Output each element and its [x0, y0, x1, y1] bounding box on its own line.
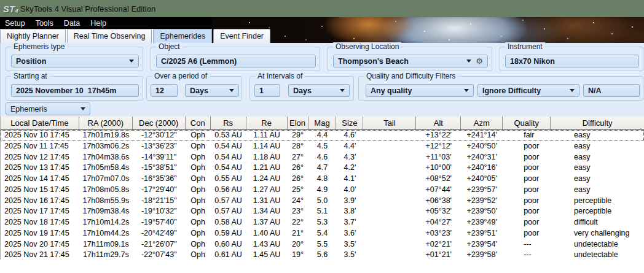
menu-data[interactable]: Data — [64, 19, 80, 28]
period-group: Over a period of 12 Days — [146, 76, 242, 101]
intervals-count-input[interactable]: 1 — [254, 84, 280, 97]
table-row[interactable]: 2025 Nov 19 17:4517h10m44.2s-20°42'49"Op… — [1, 228, 644, 239]
gear-icon[interactable]: ⚙ — [476, 57, 483, 65]
selected-value: Days — [293, 87, 312, 95]
menu-help[interactable]: Help — [90, 19, 106, 28]
column-header[interactable]: Elon — [288, 117, 308, 129]
table-cell: 2025 Nov 19 17:45 — [1, 228, 79, 239]
ephemeris-table: Local Date/TimeRA (2000)Dec (2000)ConRsR… — [0, 117, 644, 260]
selected-value: Days — [190, 87, 208, 95]
table-cell: 5.3 — [308, 217, 336, 228]
column-header[interactable]: Tail — [363, 117, 416, 129]
table-cell: difficult — [551, 217, 644, 228]
table-row[interactable]: 2025 Nov 11 17:4517h03m06.2s-13°36'23"Op… — [1, 141, 644, 152]
tab-row: Nightly Planner Real Time Observing Ephe… — [0, 29, 272, 43]
table-cell: 4.2' — [336, 163, 363, 174]
menu-setup[interactable]: Setup — [5, 19, 25, 28]
table-cell — [363, 196, 416, 207]
column-header[interactable]: Azm — [461, 117, 503, 129]
table-row[interactable]: 2025 Nov 18 17:4517h10m14.2s-19°57'40"Op… — [1, 217, 644, 228]
menu-tools[interactable]: Tools — [36, 19, 53, 28]
table-cell: 26° — [288, 163, 308, 174]
tab-real-time-observing[interactable]: Real Time Observing — [67, 29, 152, 43]
table-cell: 2025 Nov 11 17:45 — [1, 141, 79, 152]
selected-value: Any quality — [371, 87, 412, 95]
table-cell: 20° — [288, 239, 308, 250]
column-header[interactable]: Mag — [308, 117, 337, 129]
table-row[interactable]: 2025 Nov 20 17:4517h11m09.1s-21°26'07"Op… — [1, 239, 644, 250]
table-cell: 25° — [288, 185, 308, 196]
table-row[interactable]: 2025 Nov 10 17:4517h01m19.8s-12°30'12"Op… — [1, 130, 644, 141]
table-cell: Oph — [186, 152, 211, 163]
object-label: Object — [156, 42, 183, 51]
table-cell: 4.6 — [308, 152, 336, 163]
table-row[interactable]: 2025 Nov 14 17:4517h07m07.0s-16°35'36"Op… — [1, 174, 644, 185]
table-cell: -19°10'32" — [133, 206, 186, 217]
table-row[interactable]: 2025 Nov 12 17:4517h04m38.6s-14°39'11"Op… — [1, 152, 644, 163]
table-cell: 0.60 AU — [211, 239, 246, 250]
starting-at-input[interactable]: 2025 November 10 17h45m — [11, 84, 139, 97]
column-header[interactable]: Difficulty — [551, 117, 644, 129]
column-header[interactable]: Alt — [416, 117, 461, 129]
table-row[interactable]: 2025 Nov 13 17:4517h05m58.4s-15°38'51"Op… — [1, 163, 644, 174]
table-cell: +239°57' — [461, 185, 503, 196]
input-value: N/A — [588, 87, 602, 95]
table-cell: -16°35'36" — [133, 174, 186, 185]
object-input[interactable]: C/2025 A6 (Lemmon) — [156, 55, 316, 67]
table-cell: +01°21' — [416, 250, 461, 261]
table-cell: poor — [503, 163, 551, 174]
table-cell: 1.45 AU — [246, 250, 288, 261]
table-cell: -12°30'12" — [133, 130, 186, 141]
table-cell: +239°49' — [461, 217, 503, 228]
table-cell: 1.27 AU — [246, 185, 288, 196]
table-cell: +240°16' — [461, 163, 503, 174]
instrument-input[interactable]: 18x70 Nikon — [505, 55, 639, 67]
table-cell: -17°29'40" — [133, 185, 186, 196]
tab-ephemerides[interactable]: Ephemerides — [153, 29, 212, 43]
difficulty-filter-select[interactable]: Ignore Difficulty — [477, 84, 579, 97]
table-cell — [363, 206, 416, 217]
column-header[interactable]: Rs — [211, 117, 246, 129]
table-cell — [363, 228, 416, 239]
table-cell: 0.55 AU — [211, 174, 246, 185]
table-cell: undetectable — [551, 250, 644, 261]
period-count-input[interactable]: 12 — [151, 84, 178, 97]
filter-extra-field[interactable]: N/A — [583, 84, 640, 97]
intervals-unit-select[interactable]: Days — [288, 84, 350, 97]
chevron-down-icon — [80, 107, 85, 110]
column-header[interactable]: Dec (2000) — [133, 117, 186, 129]
table-cell: 5.1 — [308, 206, 336, 217]
observing-location-select[interactable]: Thompson's Beach ⚙ — [333, 55, 488, 67]
column-header[interactable]: Local Date/Time — [1, 117, 79, 129]
table-cell: -19°57'40" — [133, 217, 186, 228]
input-value: 12 — [155, 87, 164, 95]
ephemeris-type-select[interactable]: Position — [11, 55, 139, 67]
period-unit-select[interactable]: Days — [185, 84, 239, 97]
column-header[interactable]: Size — [336, 117, 363, 129]
table-row[interactable]: 2025 Nov 16 17:4517h08m55.9s-18°21'15"Op… — [1, 196, 644, 207]
table-cell: perceptible — [551, 196, 644, 207]
chevron-down-icon — [466, 60, 471, 63]
table-cell: 23° — [288, 206, 308, 217]
table-row[interactable]: 2025 Nov 17 17:4517h09m38.4s-19°10'32"Op… — [1, 206, 644, 217]
table-cell: 0.61 AU — [211, 250, 246, 261]
tab-event-finder[interactable]: Event Finder — [213, 29, 270, 43]
selected-value: Ephemeris — [10, 105, 47, 113]
column-header[interactable]: Re — [246, 117, 288, 129]
quality-filter-select[interactable]: Any quality — [366, 84, 474, 97]
table-row[interactable]: 2025 Nov 21 17:4517h11m29.7s-22°07'43"Op… — [1, 250, 644, 261]
column-header[interactable]: Quality — [503, 117, 551, 129]
table-cell: 1.21 AU — [246, 163, 288, 174]
table-cell: 3.9' — [336, 196, 363, 207]
tab-nightly-planner[interactable]: Nightly Planner — [0, 29, 66, 43]
table-cell: 17h11m29.7s — [79, 250, 133, 261]
table-cell: +240°50' — [461, 141, 503, 152]
table-cell: +03°23' — [416, 228, 461, 239]
column-header[interactable]: RA (2000) — [79, 117, 133, 129]
table-cell: 3.5' — [336, 250, 363, 261]
table-row[interactable]: 2025 Nov 15 17:4517h08m05.8s-17°29'40"Op… — [1, 185, 644, 196]
column-header[interactable]: Con — [186, 117, 211, 129]
table-cell: 4.7 — [308, 163, 336, 174]
view-selector-select[interactable]: Ephemeris — [6, 102, 90, 115]
chevron-down-icon — [229, 89, 234, 92]
